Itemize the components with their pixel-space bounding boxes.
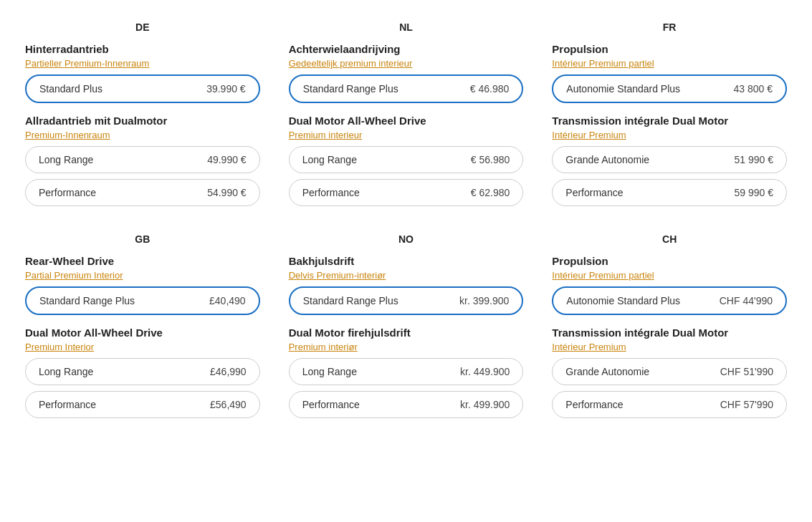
- price-value-de-1-1: 54.990 €: [207, 187, 247, 198]
- price-row-ch-0-0[interactable]: Autonomie Standard PlusCHF 44'990: [552, 286, 787, 315]
- price-value-de-1-0: 49.990 €: [207, 154, 247, 165]
- price-row-nl-0-0[interactable]: Standard Range Plus€ 46.980: [289, 74, 524, 103]
- price-label-no-1-1: Performance: [302, 399, 360, 410]
- price-label-de-0-0: Standard Plus: [39, 83, 102, 95]
- price-value-no-0-0: kr. 399.900: [459, 295, 509, 306]
- region-header-ch: CH: [552, 233, 787, 245]
- price-row-nl-1-0[interactable]: Long Range€ 56.980: [289, 146, 524, 173]
- drive-type-de-1: Allradantrieb mit Dualmotor: [25, 115, 260, 127]
- price-row-ch-1-0[interactable]: Grande AutonomieCHF 51'990: [552, 358, 787, 385]
- interior-label-no-0: Delvis Premium-interiør: [289, 270, 524, 281]
- price-value-gb-1-0: £46,990: [210, 366, 247, 377]
- price-value-ch-0-0: CHF 44'990: [720, 295, 773, 306]
- price-value-fr-1-0: 51 990 €: [734, 154, 773, 165]
- region-fr: FRPropulsionIntérieur Premium partielAut…: [541, 14, 798, 226]
- price-row-nl-1-1[interactable]: Performance€ 62.980: [289, 179, 524, 206]
- price-label-fr-1-0: Grande Autonomie: [565, 154, 649, 165]
- region-de: DEHinterradantriebPartieller Premium-Inn…: [14, 14, 271, 226]
- price-label-de-1-1: Performance: [39, 187, 96, 198]
- price-row-de-1-0[interactable]: Long Range49.990 €: [25, 146, 260, 173]
- region-nl: NLAchterwielaandrijvingGedeeltelijk prem…: [278, 14, 535, 226]
- region-header-fr: FR: [552, 21, 787, 33]
- price-value-nl-0-0: € 46.980: [470, 83, 510, 95]
- price-label-no-1-0: Long Range: [302, 366, 357, 377]
- price-label-ch-1-1: Performance: [565, 399, 623, 410]
- drive-type-fr-1: Transmission intégrale Dual Motor: [552, 115, 787, 127]
- price-label-gb-1-1: Performance: [39, 399, 96, 410]
- price-row-gb-1-1[interactable]: Performance£56,490: [25, 391, 260, 418]
- price-value-no-1-0: kr. 449.900: [460, 366, 510, 377]
- region-no: NOBakhjulsdriftDelvis Premium-interiørSt…: [278, 226, 535, 438]
- region-ch: CHPropulsionIntérieur Premium partielAut…: [541, 226, 798, 438]
- drive-type-nl-1: Dual Motor All-Wheel Drive: [289, 115, 524, 127]
- price-label-de-1-0: Long Range: [39, 154, 93, 165]
- drive-type-no-1: Dual Motor firehjulsdrift: [289, 327, 524, 339]
- interior-label-nl-1: Premium interieur: [289, 130, 524, 140]
- region-gb: GBRear-Wheel DrivePartial Premium Interi…: [14, 226, 271, 438]
- drive-type-gb-1: Dual Motor All-Wheel Drive: [25, 327, 260, 339]
- price-value-ch-1-0: CHF 51'990: [720, 366, 773, 377]
- price-value-de-0-0: 39.990 €: [206, 83, 246, 95]
- price-row-gb-1-0[interactable]: Long Range£46,990: [25, 358, 260, 385]
- price-value-nl-1-1: € 62.980: [471, 187, 510, 198]
- price-value-fr-1-1: 59 990 €: [734, 187, 773, 198]
- interior-label-nl-0: Gedeeltelijk premium interieur: [289, 58, 524, 69]
- price-row-no-1-1[interactable]: Performancekr. 499.900: [289, 391, 524, 418]
- drive-type-gb-0: Rear-Wheel Drive: [25, 255, 260, 267]
- price-label-gb-0-0: Standard Range Plus: [39, 295, 135, 306]
- price-row-fr-1-0[interactable]: Grande Autonomie51 990 €: [552, 146, 787, 173]
- interior-label-de-0: Partieller Premium-Innenraum: [25, 58, 260, 69]
- price-row-de-0-0[interactable]: Standard Plus39.990 €: [25, 74, 260, 103]
- interior-label-no-1: Premium interiør: [289, 342, 524, 352]
- price-value-ch-1-1: CHF 57'990: [720, 399, 773, 410]
- drive-type-fr-0: Propulsion: [552, 43, 787, 55]
- drive-type-ch-0: Propulsion: [552, 255, 787, 267]
- price-row-fr-1-1[interactable]: Performance59 990 €: [552, 179, 787, 206]
- drive-type-nl-0: Achterwielaandrijving: [289, 43, 524, 55]
- price-value-nl-1-0: € 56.980: [471, 154, 510, 165]
- price-value-gb-1-1: £56,490: [210, 399, 247, 410]
- region-header-no: NO: [289, 233, 524, 245]
- price-label-nl-1-0: Long Range: [302, 154, 357, 165]
- price-label-ch-1-0: Grande Autonomie: [565, 366, 649, 377]
- interior-label-ch-1: Intérieur Premium: [552, 342, 787, 352]
- region-header-de: DE: [25, 21, 260, 33]
- price-value-no-1-1: kr. 499.900: [460, 399, 510, 410]
- region-header-gb: GB: [25, 233, 260, 245]
- price-row-no-0-0[interactable]: Standard Range Pluskr. 399.900: [289, 286, 524, 315]
- price-row-no-1-0[interactable]: Long Rangekr. 449.900: [289, 358, 524, 385]
- price-row-fr-0-0[interactable]: Autonomie Standard Plus43 800 €: [552, 74, 787, 103]
- interior-label-de-1: Premium-Innenraum: [25, 130, 260, 140]
- price-row-de-1-1[interactable]: Performance54.990 €: [25, 179, 260, 206]
- drive-type-de-0: Hinterradantrieb: [25, 43, 260, 55]
- price-label-fr-1-1: Performance: [565, 187, 623, 198]
- price-value-fr-0-0: 43 800 €: [733, 83, 773, 95]
- price-value-gb-0-0: £40,490: [209, 295, 246, 306]
- interior-label-gb-1: Premium Interior: [25, 342, 260, 352]
- interior-label-ch-0: Intérieur Premium partiel: [552, 270, 787, 281]
- interior-label-gb-0: Partial Premium Interior: [25, 270, 260, 281]
- price-label-fr-0-0: Autonomie Standard Plus: [566, 83, 680, 95]
- price-label-no-0-0: Standard Range Plus: [303, 295, 398, 306]
- interior-label-fr-1: Intérieur Premium: [552, 130, 787, 140]
- price-row-gb-0-0[interactable]: Standard Range Plus£40,490: [25, 286, 260, 315]
- interior-label-fr-0: Intérieur Premium partiel: [552, 58, 787, 69]
- price-label-gb-1-0: Long Range: [39, 366, 93, 377]
- price-label-nl-1-1: Performance: [302, 187, 360, 198]
- main-grid: DEHinterradantriebPartieller Premium-Inn…: [14, 14, 798, 438]
- price-label-nl-0-0: Standard Range Plus: [303, 83, 398, 95]
- drive-type-ch-1: Transmission intégrale Dual Motor: [552, 327, 787, 339]
- price-label-ch-0-0: Autonomie Standard Plus: [566, 295, 680, 306]
- region-header-nl: NL: [289, 21, 524, 33]
- price-row-ch-1-1[interactable]: PerformanceCHF 57'990: [552, 391, 787, 418]
- drive-type-no-0: Bakhjulsdrift: [289, 255, 524, 267]
